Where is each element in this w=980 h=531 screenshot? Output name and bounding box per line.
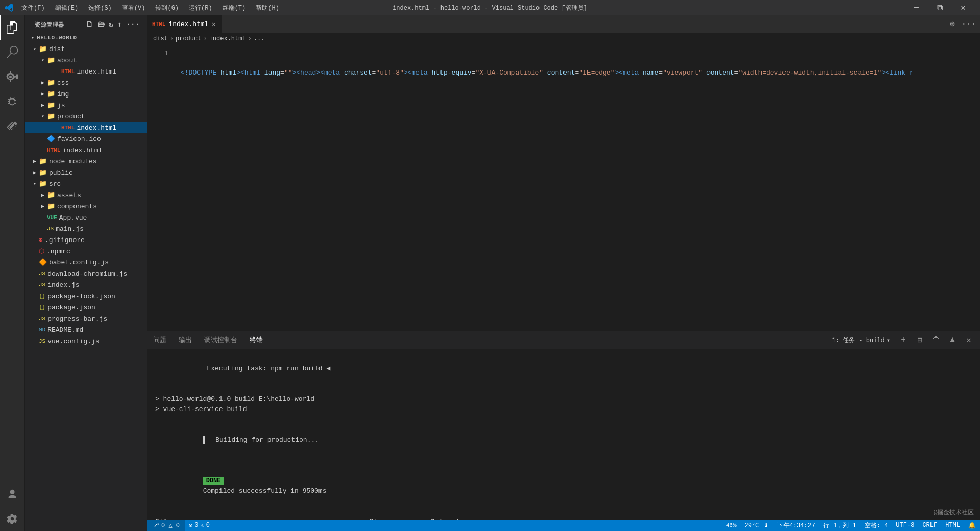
tree-components[interactable]: ▶ 📁 components: [24, 201, 147, 212]
tree-src[interactable]: ▾ 📁 src: [24, 178, 147, 189]
breadcrumb-sep3: ›: [248, 35, 252, 42]
git-icon[interactable]: [0, 64, 24, 89]
code-content[interactable]: <!DOCTYPE html><html lang=""><head><meta…: [173, 44, 980, 331]
terminal-content[interactable]: Executing task: npm run build ◀ > hello-…: [147, 349, 980, 520]
split-editor-button[interactable]: ⊕: [945, 17, 960, 31]
tree-chromium[interactable]: ▶ JS download-chromium.js: [24, 268, 147, 279]
tree-app-vue[interactable]: ▶ VUE App.vue: [24, 212, 147, 223]
terminal-tab-problems[interactable]: 问题: [147, 331, 173, 349]
tree-product[interactable]: ▾ 📁 product: [24, 111, 147, 122]
menu-item[interactable]: 编辑(E): [51, 3, 83, 13]
status-temp[interactable]: 29°C 🌡: [741, 520, 773, 531]
assets-icon: 📁: [47, 191, 55, 199]
content-attr2: content: [702, 68, 734, 78]
breadcrumb-product[interactable]: product: [176, 35, 201, 42]
lang-val: "": [284, 68, 292, 78]
dist-arrow: ▾: [31, 46, 39, 52]
menu-item[interactable]: 帮助(H): [252, 3, 283, 13]
tree-node-modules[interactable]: ▶ 📁 node_modules: [24, 156, 147, 167]
terminal-selector[interactable]: 1: 任务 - build ▾: [828, 336, 894, 345]
new-folder-icon[interactable]: 🗁: [96, 19, 106, 30]
status-cpu-indicator[interactable]: 46%: [722, 520, 741, 531]
status-eol[interactable]: CRLF: [918, 520, 941, 531]
tab-bar-actions: ⊕ ···: [945, 15, 980, 33]
minimize-button[interactable]: ─: [904, 0, 928, 15]
menu-item[interactable]: 选择(S): [84, 3, 116, 13]
search-icon[interactable]: [0, 40, 24, 64]
breadcrumb-dist[interactable]: dist: [153, 35, 168, 42]
settings-icon[interactable]: [0, 506, 24, 531]
terminal-new-button[interactable]: +: [896, 333, 911, 347]
tree-gitignore[interactable]: ▶ ⊛ .gitignore: [24, 234, 147, 246]
status-position[interactable]: 行 1，列 1: [819, 520, 861, 531]
components-icon: 📁: [47, 202, 55, 210]
account-icon[interactable]: [0, 482, 24, 506]
new-file-icon[interactable]: 🗋: [85, 19, 94, 30]
tree-assets[interactable]: ▶ 📁 assets: [24, 189, 147, 201]
public-label: public: [49, 169, 73, 177]
status-time[interactable]: 下午4:34:27: [773, 520, 819, 531]
status-git[interactable]: ⎇ 0 △ 0: [147, 520, 185, 531]
more-actions-button[interactable]: ···: [962, 17, 976, 31]
status-spaces[interactable]: 空格: 4: [861, 520, 892, 531]
terminal-tab-debug[interactable]: 调试控制台: [198, 331, 243, 349]
terminal-tab-terminal[interactable]: 终端: [243, 331, 269, 349]
collapse-icon[interactable]: ⬆: [116, 19, 123, 30]
dist-folder-icon: 📁: [39, 45, 47, 53]
menu-item[interactable]: 文件(F): [17, 3, 49, 13]
tree-img[interactable]: ▶ 📁 img: [24, 88, 147, 100]
tree-npmrc[interactable]: ▶ ⬡ .npmrc: [24, 246, 147, 257]
product-index-icon: HTML: [61, 125, 75, 131]
close-button[interactable]: ✕: [951, 0, 975, 15]
tree-js[interactable]: ▶ 📁 js: [24, 100, 147, 111]
css-arrow: ▶: [39, 80, 47, 86]
tree-about-index[interactable]: ▶ HTML index.html: [24, 66, 147, 77]
html-word: html: [220, 68, 236, 78]
menu-item[interactable]: 查看(V): [118, 3, 150, 13]
tree-readme[interactable]: ▶ MD README.md: [24, 324, 147, 335]
readme-icon: MD: [39, 327, 45, 333]
refresh-icon[interactable]: ↻: [108, 19, 114, 30]
tree-babel[interactable]: ▶ 🔶 babel.config.js: [24, 257, 147, 268]
tree-root[interactable]: ▾ HELLO-WORLD: [24, 32, 147, 43]
tab-close-button[interactable]: ✕: [211, 20, 215, 29]
tree-package-json[interactable]: ▶ {} package.json: [24, 302, 147, 313]
tree-main-js[interactable]: ▶ JS main.js: [24, 223, 147, 234]
breadcrumb-more[interactable]: ...: [254, 35, 265, 42]
tree-product-index[interactable]: ▶ HTML index.html: [24, 122, 147, 133]
tree-dist[interactable]: ▾ 📁 dist: [24, 43, 147, 55]
terminal-maximize-button[interactable]: ▲: [945, 333, 960, 347]
tree-vue-config[interactable]: ▶ JS vue.config.js: [24, 335, 147, 347]
favicon-label: favicon.ico: [57, 135, 101, 143]
status-notifications[interactable]: 🔔: [964, 520, 980, 531]
breadcrumb-index-html[interactable]: index.html: [209, 35, 246, 42]
more-icon[interactable]: ···: [125, 19, 141, 30]
tree-index-js[interactable]: ▶ JS index.js: [24, 279, 147, 291]
activity-bar-bottom: [0, 482, 24, 531]
status-errors[interactable]: ⊗ 0 ⚠ 0: [185, 520, 214, 531]
tree-favicon[interactable]: ▶ 🔷 favicon.ico: [24, 133, 147, 144]
menu-item[interactable]: 终端(T): [218, 3, 250, 13]
extensions-icon[interactable]: [0, 113, 24, 138]
terminal-close-button[interactable]: ✕: [962, 333, 976, 347]
maximize-button[interactable]: ⧉: [928, 0, 951, 15]
terminal-tab-output[interactable]: 输出: [173, 331, 198, 349]
tree-package-lock[interactable]: ▶ {} package-lock.json: [24, 291, 147, 302]
terminal-split-button[interactable]: ⊞: [913, 333, 927, 347]
editor-tab-index-html[interactable]: HTML index.html ✕: [147, 15, 222, 33]
status-language[interactable]: HTML: [941, 520, 964, 531]
code-editor[interactable]: 1 <!DOCTYPE html><html lang=""><head><me…: [147, 44, 980, 331]
tree-css[interactable]: ▶ 📁 css: [24, 77, 147, 88]
explorer-icon[interactable]: [0, 15, 24, 40]
tree-about[interactable]: ▾ 📁 about: [24, 55, 147, 66]
debug-icon[interactable]: [0, 89, 24, 113]
terminal-trash-button[interactable]: 🗑: [929, 333, 943, 347]
menu-item[interactable]: 转到(G): [151, 3, 183, 13]
term-gt: Executing task: npm run build ◀: [203, 365, 331, 372]
tree-progress-bar[interactable]: ▶ JS progress-bar.js: [24, 313, 147, 324]
tree-root-index[interactable]: ▶ HTML index.html: [24, 144, 147, 156]
root-arrow: ▾: [29, 35, 37, 41]
menu-item[interactable]: 运行(R): [185, 3, 216, 13]
tree-public[interactable]: ▶ 📁 public: [24, 167, 147, 178]
status-encoding[interactable]: UTF-8: [892, 520, 918, 531]
